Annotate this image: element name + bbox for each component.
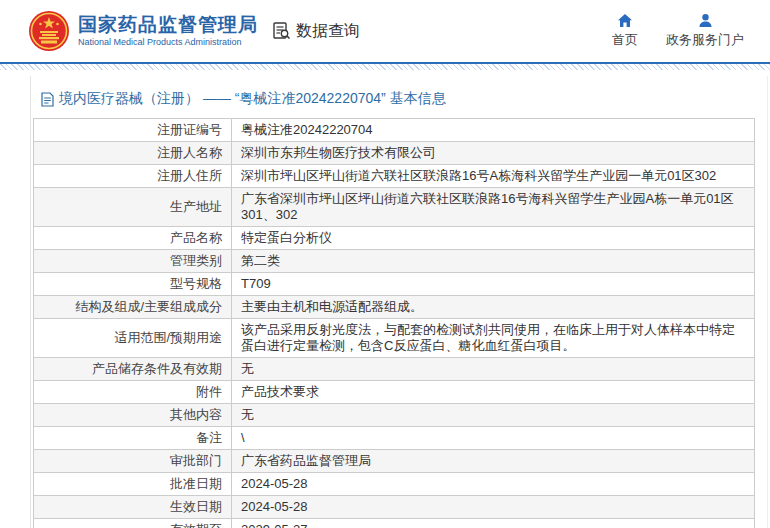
document-icon (41, 92, 54, 107)
row-label: 注册证编号 (34, 119, 232, 142)
row-label-text: 注册人住所 (157, 168, 222, 184)
table-row: 有效期至2029-05-27 (34, 519, 755, 528)
row-value: T709 (232, 273, 755, 296)
row-label: 产品名称 (34, 227, 232, 250)
row-label: 附件 (34, 381, 232, 404)
document-search-icon (272, 21, 292, 41)
row-label: 型号规格 (34, 273, 232, 296)
row-label-text: 产品储存条件及有效期 (92, 361, 222, 377)
row-label-text: 适用范围/预期用途 (114, 330, 222, 346)
table-row: 备注\ (34, 427, 755, 450)
table-row: 型号规格T709 (34, 273, 755, 296)
row-label: 批准日期 (34, 473, 232, 496)
registration-info-table: 注册证编号粤械注准20242220704注册人名称深圳市东邦生物医疗技术有限公司… (33, 118, 755, 528)
row-label-text: 产品名称 (170, 230, 222, 246)
agency-name-en: National Medical Products Administration (78, 38, 258, 48)
row-label-text: 备注 (196, 430, 222, 446)
row-label: 其他内容 (34, 404, 232, 427)
breadcrumb-text: 境内医疗器械（注册） —— “粤械注准20242220704” 基本信息 (59, 90, 446, 108)
row-value: 深圳市坪山区坪山街道六联社区联浪路16号A栋海科兴留学生产业园一单元01区302 (232, 165, 755, 188)
row-label-text: 结构及组成/主要组成成分 (75, 299, 222, 315)
data-query-tab[interactable]: 数据查询 (272, 21, 360, 42)
table-row: 生产地址广东省深圳市坪山区坪山街道六联社区联浪路16号海科兴留学生产业园A栋一单… (34, 188, 755, 227)
row-value: 深圳市东邦生物医疗技术有限公司 (232, 142, 755, 165)
agency-name: 国家药品监督管理局 (78, 15, 258, 36)
nav-item-gov-portal[interactable]: 政务服务门户 (666, 13, 744, 49)
row-label: 适用范围/预期用途 (34, 319, 232, 358)
row-value: 产品技术要求 (232, 381, 755, 404)
row-label-text: 生效日期 (170, 499, 222, 515)
table-row: 管理类别第二类 (34, 250, 755, 273)
nav-item-home[interactable]: 首页 (612, 13, 638, 49)
table-row: 适用范围/预期用途该产品采用反射光度法，与配套的检测试剂共同使用，在临床上用于对… (34, 319, 755, 358)
row-label: 结构及组成/主要组成成分 (34, 296, 232, 319)
info-table-body: 注册证编号粤械注准20242220704注册人名称深圳市东邦生物医疗技术有限公司… (34, 119, 755, 528)
row-label-text: 生产地址 (170, 199, 222, 215)
person-icon (698, 13, 713, 28)
row-value: \ (232, 427, 755, 450)
row-value: 2024-05-28 (232, 473, 755, 496)
table-row: 注册人名称深圳市东邦生物医疗技术有限公司 (34, 142, 755, 165)
row-label: 注册人住所 (34, 165, 232, 188)
content-frame: 境内医疗器械（注册） —— “粤械注准20242220704” 基本信息 注册证… (30, 76, 768, 528)
table-row: 批准日期2024-05-28 (34, 473, 755, 496)
table-row: 产品储存条件及有效期无 (34, 358, 755, 381)
row-label-text: 型号规格 (170, 276, 222, 292)
row-label-text: 批准日期 (170, 476, 222, 492)
row-label: 生效日期 (34, 496, 232, 519)
row-label-text: 审批部门 (170, 453, 222, 469)
home-icon (617, 13, 633, 28)
row-label-text: 有效期至 (170, 522, 222, 528)
row-value: 该产品采用反射光度法，与配套的检测试剂共同使用，在临床上用于对人体样本中特定蛋白… (232, 319, 755, 358)
row-label-text: 管理类别 (170, 253, 222, 269)
row-value: 主要由主机和电源适配器组成。 (232, 296, 755, 319)
row-value: 2029-05-27 (232, 519, 755, 528)
site-header: 国家药品监督管理局 National Medical Products Admi… (0, 0, 770, 62)
row-value: 无 (232, 358, 755, 381)
data-query-label: 数据查询 (296, 21, 360, 42)
row-label: 生产地址 (34, 188, 232, 227)
agency-logo: 国家药品监督管理局 National Medical Products Admi… (28, 9, 258, 53)
table-row: 产品名称特定蛋白分析仪 (34, 227, 755, 250)
table-row: 注册人住所深圳市坪山区坪山街道六联社区联浪路16号A栋海科兴留学生产业园一单元0… (34, 165, 755, 188)
table-row: 附件产品技术要求 (34, 381, 755, 404)
header-divider-hatch (0, 64, 770, 70)
row-label-text: 注册证编号 (157, 122, 222, 138)
row-value: 广东省深圳市坪山区坪山街道六联社区联浪路16号海科兴留学生产业园A栋一单元01区… (232, 188, 755, 227)
table-row: 注册证编号粤械注准20242220704 (34, 119, 755, 142)
breadcrumb: 境内医疗器械（注册） —— “粤械注准20242220704” 基本信息 (31, 86, 767, 118)
row-label: 备注 (34, 427, 232, 450)
nav-item-label: 政务服务门户 (666, 31, 744, 49)
row-label: 注册人名称 (34, 142, 232, 165)
table-row: 审批部门广东省药品监督管理局 (34, 450, 755, 473)
row-label: 审批部门 (34, 450, 232, 473)
row-label: 管理类别 (34, 250, 232, 273)
table-row: 其他内容无 (34, 404, 755, 427)
table-row: 生效日期2024-05-28 (34, 496, 755, 519)
row-label-text: 附件 (196, 384, 222, 400)
nav-item-label: 首页 (612, 31, 638, 49)
row-value: 无 (232, 404, 755, 427)
row-label-text: 其他内容 (170, 407, 222, 423)
row-value: 粤械注准20242220704 (232, 119, 755, 142)
row-label: 有效期至 (34, 519, 232, 528)
row-label-text: 注册人名称 (157, 145, 222, 161)
row-value: 特定蛋白分析仪 (232, 227, 755, 250)
row-value: 第二类 (232, 250, 755, 273)
table-row: 结构及组成/主要组成成分主要由主机和电源适配器组成。 (34, 296, 755, 319)
row-value: 2024-05-28 (232, 496, 755, 519)
national-emblem-icon (28, 9, 70, 53)
row-value: 广东省药品监督管理局 (232, 450, 755, 473)
row-label: 产品储存条件及有效期 (34, 358, 232, 381)
header-nav: 首页 政务服务门户 (612, 13, 744, 49)
